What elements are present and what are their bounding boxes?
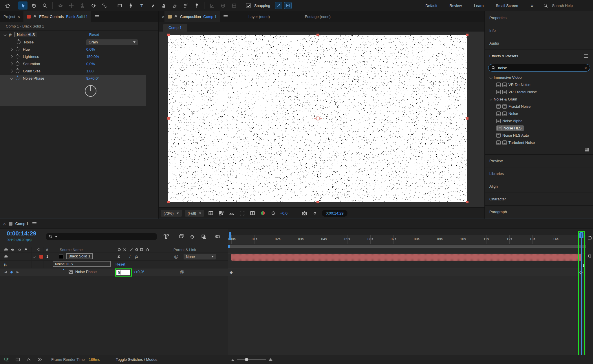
roto-brush-tool-icon[interactable] bbox=[181, 1, 190, 10]
mask-visibility-icon[interactable] bbox=[228, 210, 235, 217]
workspace-default[interactable]: Default bbox=[425, 3, 437, 8]
chevron-right-icon[interactable] bbox=[10, 48, 13, 51]
project-tab-label[interactable]: Project bbox=[3, 14, 15, 19]
reset-exposure-icon[interactable] bbox=[270, 210, 277, 217]
effect-controls-target[interactable]: Black Solid 1 bbox=[66, 14, 88, 19]
composition-viewer[interactable] bbox=[159, 32, 484, 207]
selection-handle[interactable] bbox=[466, 34, 468, 36]
composition-target[interactable]: Comp 1 bbox=[203, 14, 217, 19]
timeline-effect-reset-button[interactable]: Reset bbox=[116, 262, 125, 266]
stopwatch-icon[interactable] bbox=[17, 40, 21, 44]
panel-header-align[interactable]: Align bbox=[485, 180, 593, 193]
timeline-track-area[interactable]: 0:00s01s02s03s04s05s06s07s08s09s10s11s12… bbox=[228, 229, 586, 355]
hand-tool-icon[interactable] bbox=[29, 1, 39, 10]
draft-3d-icon[interactable] bbox=[177, 233, 185, 240]
tab-layer[interactable]: Layer (none) bbox=[248, 14, 270, 19]
effects-group-noise-grain[interactable]: Noise & Grain bbox=[485, 96, 593, 103]
view-layout-icon[interactable] bbox=[249, 210, 256, 217]
layer-label-color-chip[interactable] bbox=[39, 255, 43, 259]
viewer-timecode[interactable]: 0:00:14:29 bbox=[322, 210, 347, 217]
puppet-pin-tool-icon[interactable] bbox=[192, 1, 201, 10]
snap-beyond-edges-toggle[interactable] bbox=[275, 2, 282, 9]
selection-handle[interactable] bbox=[316, 201, 319, 203]
timeline-tab-label[interactable]: Comp 1 bbox=[15, 222, 29, 226]
panel-header-properties[interactable]: Properties bbox=[485, 11, 593, 24]
workspace-learn[interactable]: Learn bbox=[474, 3, 484, 8]
world-axis-mode-icon[interactable] bbox=[218, 1, 228, 10]
snap-inside-comps-toggle[interactable] bbox=[284, 2, 292, 9]
graph-editor-toggle-icon[interactable] bbox=[69, 270, 73, 274]
chevron-down-icon[interactable] bbox=[10, 77, 13, 80]
layer-name[interactable]: Black Solid 1 bbox=[66, 253, 93, 259]
noise-phase-property-row[interactable]: ◀ ◆ ▶ Noise Phase x+0,0° @ bbox=[0, 268, 228, 276]
selection-tool-icon[interactable] bbox=[18, 1, 28, 10]
source-name-column-header[interactable]: Source Name bbox=[60, 248, 83, 252]
clone-stamp-tool-icon[interactable] bbox=[159, 1, 168, 10]
local-axis-mode-icon[interactable] bbox=[207, 1, 217, 10]
tab-effect-controls[interactable]: Effect Controls Black Solid 1 bbox=[23, 11, 91, 22]
zoom-in-mountain-icon[interactable] bbox=[268, 358, 273, 361]
clear-search-icon[interactable]: × bbox=[584, 66, 587, 70]
effect-name[interactable]: Noise HLS bbox=[14, 32, 37, 37]
panel-menu-icon[interactable] bbox=[583, 53, 589, 59]
timeline-ruler[interactable]: 0:00s01s02s03s04s05s06s07s08s09s10s11s12… bbox=[228, 235, 586, 244]
effect-item-vr-fractal-noise[interactable]: VR Fractal Noise bbox=[485, 88, 593, 96]
toggle-viewers-icon[interactable] bbox=[3, 357, 10, 363]
view-axis-mode-icon[interactable] bbox=[229, 1, 239, 10]
keyframe-diamond-icon[interactable]: ◆ bbox=[230, 270, 233, 275]
panel-header-effects-presets[interactable]: Effects & Presets bbox=[485, 50, 593, 62]
viewer-tab-comp1[interactable]: Comp 1 bbox=[163, 24, 187, 32]
quality-switch-icon[interactable]: / bbox=[129, 254, 131, 259]
workspace-small-screen[interactable]: Small Screen bbox=[496, 3, 518, 8]
show-snapshot-icon[interactable] bbox=[311, 210, 319, 217]
dolly-camera-tool-icon[interactable] bbox=[78, 1, 87, 10]
layer-visibility-eye-icon[interactable] bbox=[4, 255, 8, 259]
composition-canvas[interactable] bbox=[168, 35, 467, 202]
chevron-right-icon[interactable] bbox=[10, 55, 13, 58]
keyframe-at-current-time-icon[interactable]: ◆ bbox=[10, 270, 13, 274]
close-icon[interactable]: × bbox=[17, 14, 20, 19]
hide-shy-layers-icon[interactable] bbox=[188, 233, 196, 240]
pen-tool-icon[interactable] bbox=[126, 1, 135, 10]
composition-tab-label[interactable]: Composition bbox=[180, 14, 201, 19]
stopwatch-icon[interactable] bbox=[16, 62, 19, 66]
timeline-search-box[interactable] bbox=[46, 233, 157, 240]
stopwatch-icon-active[interactable] bbox=[62, 270, 62, 275]
panel-header-info[interactable]: Info bbox=[485, 24, 593, 37]
new-panel-icon[interactable] bbox=[585, 148, 590, 152]
panel-menu-icon[interactable] bbox=[222, 14, 229, 19]
close-icon[interactable]: × bbox=[162, 14, 164, 19]
grain-size-value[interactable]: 1,80 bbox=[86, 69, 94, 73]
property-row-hue[interactable]: Hue 0,0% bbox=[0, 46, 158, 53]
rectangle-tool-icon[interactable] bbox=[115, 1, 124, 10]
chevron-down-icon[interactable] bbox=[490, 98, 493, 101]
mini-flowchart-icon[interactable] bbox=[162, 233, 170, 240]
effect-item-turbulent-noise[interactable]: Turbulent Noise bbox=[485, 139, 593, 146]
effect-reset-button[interactable]: Reset bbox=[89, 32, 99, 37]
parent-dropdown[interactable]: None bbox=[184, 254, 216, 259]
fx-switch-icon[interactable]: fx bbox=[135, 254, 138, 259]
noise-type-dropdown[interactable]: Grain bbox=[86, 39, 138, 45]
parent-pickwhip-icon[interactable]: @ bbox=[174, 254, 178, 259]
timeline-effect-name[interactable]: Noise HLS bbox=[53, 261, 111, 267]
parent-link-column-header[interactable]: Parent & Link bbox=[173, 248, 196, 252]
timeline-current-timecode[interactable]: 0:00:14:29 bbox=[7, 230, 36, 237]
hue-value[interactable]: 0,0% bbox=[86, 47, 95, 52]
selection-handle[interactable] bbox=[316, 34, 319, 36]
panel-menu-icon[interactable] bbox=[94, 14, 100, 19]
chevron-down-icon[interactable] bbox=[490, 76, 493, 79]
effect-item-noise[interactable]: Noise bbox=[485, 110, 593, 117]
effect-expander-icon[interactable] bbox=[4, 33, 7, 36]
effect-controls-tab-label[interactable]: Effect Controls bbox=[39, 14, 64, 19]
stopwatch-icon-active[interactable] bbox=[16, 76, 19, 80]
zoom-slider-track[interactable] bbox=[237, 359, 266, 360]
stopwatch-icon[interactable] bbox=[16, 55, 19, 58]
panel-header-preview[interactable]: Preview bbox=[485, 154, 593, 167]
zoom-out-mountain-icon[interactable] bbox=[231, 358, 235, 361]
expand-transfer-icon[interactable] bbox=[25, 357, 32, 363]
workspace-overflow-chevrons[interactable]: » bbox=[531, 3, 534, 8]
tab-footage[interactable]: Footage (none) bbox=[305, 14, 331, 19]
time-navigator-start-handle[interactable] bbox=[229, 232, 231, 240]
effects-search-value[interactable]: noise bbox=[498, 66, 582, 70]
expand-switches-icon[interactable] bbox=[14, 357, 21, 363]
